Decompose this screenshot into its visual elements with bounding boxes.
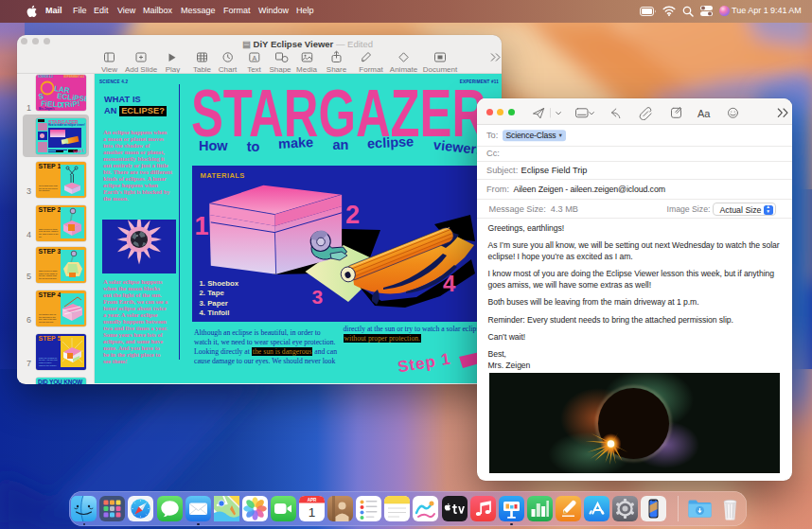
svg-text:2: 2 [345, 200, 360, 228]
svg-text:Mrs. Zeigen's: Mrs. Zeigen's [39, 107, 55, 111]
svg-text:4: 4 [443, 270, 456, 295]
svg-text:TRiP!: TRiP! [60, 99, 80, 110]
svg-text:1. Shoebox: 1. Shoebox [199, 279, 238, 288]
svg-text:1: 1 [309, 505, 316, 520]
svg-text:3: 3 [311, 286, 323, 308]
svg-text:MATERIALS: MATERIALS [200, 171, 244, 180]
svg-text:3. Paper: 3. Paper [199, 298, 227, 307]
svg-text:Aa: Aa [697, 107, 710, 118]
svg-text:1: 1 [194, 212, 208, 240]
svg-text:4. Tinfoil: 4. Tinfoil [199, 309, 229, 317]
svg-text:A: A [252, 55, 256, 62]
svg-text:APR: APR [308, 498, 317, 503]
svg-text:2. Tape: 2. Tape [199, 289, 224, 297]
